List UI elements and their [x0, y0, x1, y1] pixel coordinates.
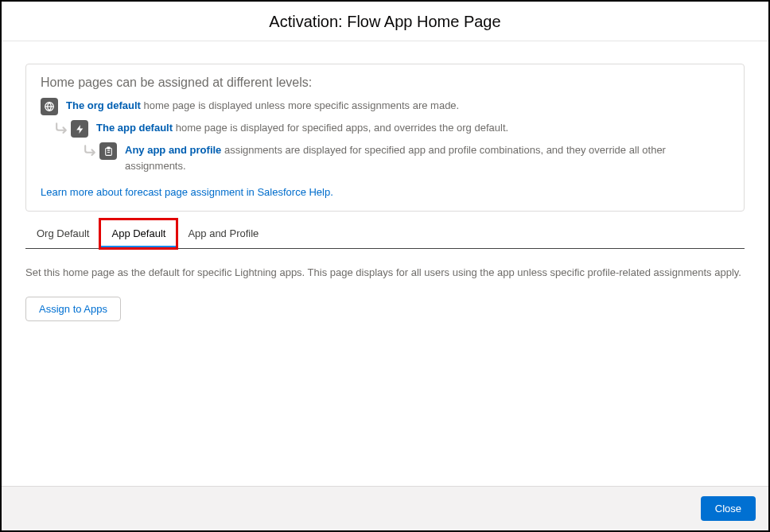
level-app-bold: The app default [96, 122, 173, 134]
level-app-profile-bold: Any app and profile [125, 144, 221, 156]
lightning-icon [71, 120, 88, 138]
tab-app-default-description: Set this home page as the default for sp… [25, 265, 745, 281]
tab-app-and-profile[interactable]: App and Profile [177, 219, 270, 248]
modal-footer: Close [2, 486, 768, 530]
level-app-profile: Any app and profile assignments are disp… [82, 142, 729, 173]
level-app-profile-text: Any app and profile assignments are disp… [125, 142, 729, 173]
level-org-tail: home page is displayed unless more speci… [141, 99, 459, 111]
level-org-default: The org default home page is displayed u… [41, 98, 729, 115]
modal-body: Home pages can be assigned at different … [2, 41, 768, 486]
level-app-default: The app default home page is displayed f… [53, 120, 729, 138]
clipboard-icon [99, 142, 117, 160]
level-app-tail: home page is displayed for specified app… [173, 122, 508, 134]
tabs: Org Default App Default App and Profile [25, 219, 745, 249]
modal-title: Activation: Flow App Home Page [2, 13, 768, 31]
level-org-text: The org default home page is displayed u… [66, 98, 729, 114]
sub-arrow-icon [53, 121, 69, 137]
level-org-bold: The org default [66, 99, 141, 111]
level-app-text: The app default home page is displayed f… [96, 120, 729, 136]
info-panel-title: Home pages can be assigned at different … [41, 76, 729, 90]
svg-rect-2 [107, 147, 109, 149]
info-panel: Home pages can be assigned at different … [25, 64, 745, 212]
sub-arrow-icon [82, 143, 98, 159]
close-button[interactable]: Close [701, 496, 756, 521]
modal-header: Activation: Flow App Home Page [2, 2, 768, 41]
globe-icon [41, 98, 58, 115]
learn-more-link[interactable]: Learn more about forecast page assignmen… [41, 186, 333, 198]
assign-to-apps-button[interactable]: Assign to Apps [25, 297, 121, 321]
tab-app-default[interactable]: App Default [100, 219, 177, 248]
tab-org-default[interactable]: Org Default [25, 219, 100, 248]
